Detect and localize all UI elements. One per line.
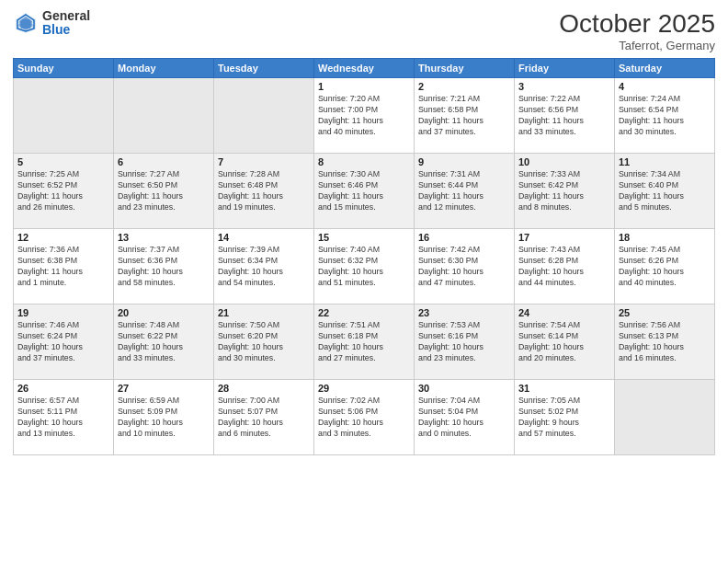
calendar-cell: 18Sunrise: 7:45 AM Sunset: 6:26 PM Dayli…: [615, 229, 715, 304]
logo-text: General Blue: [42, 9, 90, 38]
day-info: Sunrise: 7:25 AM Sunset: 6:52 PM Dayligh…: [17, 169, 109, 213]
calendar-cell: 8Sunrise: 7:30 AM Sunset: 6:46 PM Daylig…: [314, 154, 415, 229]
calendar-cell: 31Sunrise: 7:05 AM Sunset: 5:02 PM Dayli…: [515, 380, 615, 455]
calendar-cell: 7Sunrise: 7:28 AM Sunset: 6:48 PM Daylig…: [214, 154, 314, 229]
calendar-week-3: 12Sunrise: 7:36 AM Sunset: 6:38 PM Dayli…: [14, 229, 715, 304]
day-info: Sunrise: 7:40 AM Sunset: 6:32 PM Dayligh…: [318, 245, 410, 289]
calendar-cell: 6Sunrise: 7:27 AM Sunset: 6:50 PM Daylig…: [114, 154, 214, 229]
calendar-cell: 14Sunrise: 7:39 AM Sunset: 6:34 PM Dayli…: [214, 229, 314, 304]
calendar-cell: 17Sunrise: 7:43 AM Sunset: 6:28 PM Dayli…: [515, 229, 615, 304]
day-info: Sunrise: 7:28 AM Sunset: 6:48 PM Dayligh…: [218, 169, 310, 213]
calendar-cell: [114, 78, 214, 154]
col-wednesday: Wednesday: [314, 59, 415, 78]
day-number: 1: [318, 81, 410, 92]
location: Taferrot, Germany: [559, 39, 715, 52]
calendar-cell: 11Sunrise: 7:34 AM Sunset: 6:40 PM Dayli…: [615, 154, 715, 229]
calendar-cell: 21Sunrise: 7:50 AM Sunset: 6:20 PM Dayli…: [214, 304, 314, 380]
day-number: 2: [418, 81, 510, 92]
day-number: 15: [318, 232, 410, 243]
calendar-week-2: 5Sunrise: 7:25 AM Sunset: 6:52 PM Daylig…: [14, 154, 715, 229]
day-info: Sunrise: 7:24 AM Sunset: 6:54 PM Dayligh…: [619, 94, 711, 138]
day-info: Sunrise: 7:56 AM Sunset: 6:13 PM Dayligh…: [619, 320, 711, 364]
day-number: 19: [17, 307, 109, 318]
day-info: Sunrise: 7:30 AM Sunset: 6:46 PM Dayligh…: [318, 169, 410, 213]
calendar-cell: [214, 78, 314, 154]
day-number: 23: [418, 307, 510, 318]
day-info: Sunrise: 7:34 AM Sunset: 6:40 PM Dayligh…: [619, 169, 711, 213]
day-number: 26: [17, 383, 109, 394]
col-tuesday: Tuesday: [214, 59, 314, 78]
day-number: 21: [218, 307, 310, 318]
day-number: 27: [118, 383, 210, 394]
day-number: 5: [17, 156, 109, 167]
calendar-cell: 28Sunrise: 7:00 AM Sunset: 5:07 PM Dayli…: [214, 380, 314, 455]
calendar-cell: 12Sunrise: 7:36 AM Sunset: 6:38 PM Dayli…: [14, 229, 114, 304]
calendar-header-row: Sunday Monday Tuesday Wednesday Thursday…: [14, 59, 715, 78]
day-number: 11: [619, 156, 711, 167]
page: General Blue October 2025 Taferrot, Germ…: [0, 0, 728, 563]
day-info: Sunrise: 7:22 AM Sunset: 6:56 PM Dayligh…: [518, 94, 610, 138]
col-sunday: Sunday: [14, 59, 114, 78]
calendar-cell: 25Sunrise: 7:56 AM Sunset: 6:13 PM Dayli…: [615, 304, 715, 380]
calendar-cell: 24Sunrise: 7:54 AM Sunset: 6:14 PM Dayli…: [515, 304, 615, 380]
day-info: Sunrise: 7:43 AM Sunset: 6:28 PM Dayligh…: [518, 245, 610, 289]
logo-blue: Blue: [42, 22, 70, 37]
day-number: 12: [17, 232, 109, 243]
day-number: 22: [318, 307, 410, 318]
calendar-cell: 2Sunrise: 7:21 AM Sunset: 6:58 PM Daylig…: [415, 78, 515, 154]
col-friday: Friday: [515, 59, 615, 78]
day-info: Sunrise: 7:46 AM Sunset: 6:24 PM Dayligh…: [17, 320, 109, 364]
calendar-cell: 22Sunrise: 7:51 AM Sunset: 6:18 PM Dayli…: [314, 304, 415, 380]
title-block: October 2025 Taferrot, Germany: [559, 9, 715, 52]
day-info: Sunrise: 7:36 AM Sunset: 6:38 PM Dayligh…: [17, 245, 109, 289]
day-info: Sunrise: 7:42 AM Sunset: 6:30 PM Dayligh…: [418, 245, 510, 289]
logo-general: General: [42, 8, 90, 23]
calendar-cell: 20Sunrise: 7:48 AM Sunset: 6:22 PM Dayli…: [114, 304, 214, 380]
day-info: Sunrise: 7:02 AM Sunset: 5:06 PM Dayligh…: [318, 396, 410, 440]
col-monday: Monday: [114, 59, 214, 78]
day-info: Sunrise: 7:54 AM Sunset: 6:14 PM Dayligh…: [518, 320, 610, 364]
day-number: 7: [218, 156, 310, 167]
calendar-cell: 15Sunrise: 7:40 AM Sunset: 6:32 PM Dayli…: [314, 229, 415, 304]
day-info: Sunrise: 7:53 AM Sunset: 6:16 PM Dayligh…: [418, 320, 510, 364]
day-info: Sunrise: 7:31 AM Sunset: 6:44 PM Dayligh…: [418, 169, 510, 213]
day-info: Sunrise: 7:33 AM Sunset: 6:42 PM Dayligh…: [518, 169, 610, 213]
day-info: Sunrise: 7:00 AM Sunset: 5:07 PM Dayligh…: [218, 396, 310, 440]
calendar-cell: 19Sunrise: 7:46 AM Sunset: 6:24 PM Dayli…: [14, 304, 114, 380]
day-number: 4: [619, 81, 711, 92]
day-info: Sunrise: 7:39 AM Sunset: 6:34 PM Dayligh…: [218, 245, 310, 289]
day-info: Sunrise: 7:50 AM Sunset: 6:20 PM Dayligh…: [218, 320, 310, 364]
day-info: Sunrise: 7:45 AM Sunset: 6:26 PM Dayligh…: [619, 245, 711, 289]
calendar-week-5: 26Sunrise: 6:57 AM Sunset: 5:11 PM Dayli…: [14, 380, 715, 455]
calendar-cell: 13Sunrise: 7:37 AM Sunset: 6:36 PM Dayli…: [114, 229, 214, 304]
header: General Blue October 2025 Taferrot, Germ…: [13, 9, 715, 52]
calendar-cell: [615, 380, 715, 455]
day-number: 18: [619, 232, 711, 243]
day-number: 10: [518, 156, 610, 167]
day-number: 31: [518, 383, 610, 394]
day-info: Sunrise: 7:48 AM Sunset: 6:22 PM Dayligh…: [118, 320, 210, 364]
calendar-cell: [14, 78, 114, 154]
day-number: 14: [218, 232, 310, 243]
day-info: Sunrise: 7:37 AM Sunset: 6:36 PM Dayligh…: [118, 245, 210, 289]
calendar-cell: 5Sunrise: 7:25 AM Sunset: 6:52 PM Daylig…: [14, 154, 114, 229]
calendar-cell: 23Sunrise: 7:53 AM Sunset: 6:16 PM Dayli…: [415, 304, 515, 380]
calendar-table: Sunday Monday Tuesday Wednesday Thursday…: [13, 58, 715, 455]
day-info: Sunrise: 7:20 AM Sunset: 7:00 PM Dayligh…: [318, 94, 410, 138]
day-info: Sunrise: 6:57 AM Sunset: 5:11 PM Dayligh…: [17, 396, 109, 440]
day-number: 24: [518, 307, 610, 318]
col-saturday: Saturday: [615, 59, 715, 78]
day-number: 29: [318, 383, 410, 394]
day-number: 13: [118, 232, 210, 243]
calendar-cell: 16Sunrise: 7:42 AM Sunset: 6:30 PM Dayli…: [415, 229, 515, 304]
month-title: October 2025: [559, 9, 715, 39]
calendar-week-1: 1Sunrise: 7:20 AM Sunset: 7:00 PM Daylig…: [14, 78, 715, 154]
day-number: 8: [318, 156, 410, 167]
day-number: 9: [418, 156, 510, 167]
calendar-cell: 1Sunrise: 7:20 AM Sunset: 7:00 PM Daylig…: [314, 78, 415, 154]
logo: General Blue: [13, 9, 90, 38]
day-number: 6: [118, 156, 210, 167]
calendar-cell: 27Sunrise: 6:59 AM Sunset: 5:09 PM Dayli…: [114, 380, 214, 455]
col-thursday: Thursday: [415, 59, 515, 78]
calendar-cell: 29Sunrise: 7:02 AM Sunset: 5:06 PM Dayli…: [314, 380, 415, 455]
